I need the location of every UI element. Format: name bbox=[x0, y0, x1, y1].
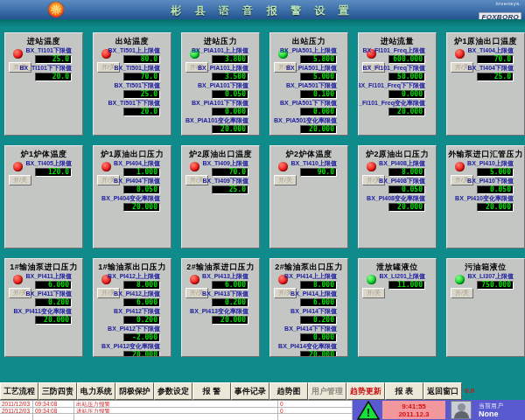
limit-value-display[interactable]: 90.0 bbox=[300, 168, 337, 177]
limit-value-display[interactable]: 20.000 bbox=[477, 203, 514, 212]
limit-value-display[interactable]: 8.000 bbox=[300, 281, 337, 290]
limit-value-display[interactable]: 0.200 bbox=[300, 316, 337, 325]
limit-value-display[interactable]: 3.500 bbox=[212, 73, 248, 81]
title-bar: 彬 县 语 音 报 警 设 置 invensys. FOXBORO bbox=[0, 0, 525, 19]
panel-title: 炉1炉体温度 bbox=[5, 149, 82, 159]
limit-value-display[interactable]: 0.050 bbox=[477, 186, 514, 194]
alarm-setting-panel: 炉1炉体温度 开/关 BX_TI405上限值120.0 bbox=[4, 145, 83, 248]
panel-title: 进站压力 bbox=[182, 36, 259, 46]
limit-value-display[interactable]: 25.0 bbox=[123, 90, 160, 99]
toolbar-extra-value: 0.0 bbox=[465, 382, 474, 400]
limit-value-display[interactable]: 80.0 bbox=[123, 55, 160, 64]
limit-value-display[interactable]: 0.000 bbox=[300, 108, 337, 116]
toolbar-button[interactable]: 用户管理 bbox=[308, 382, 346, 400]
limit-value-display[interactable]: 20.000 bbox=[300, 125, 337, 134]
limit-tag-label: BX_PI412上上限值 bbox=[108, 273, 160, 280]
limit-value-display[interactable]: 0.200 bbox=[123, 316, 160, 325]
limit-value-display[interactable]: 20.0 bbox=[35, 73, 72, 81]
limit-fields: BX_PI411上限值6.000BX_PI411下限值0.200BX_PI411… bbox=[7, 273, 82, 326]
toolbar-button[interactable]: 工艺流程 bbox=[0, 382, 38, 400]
toolbar-button[interactable]: 趋势图 bbox=[270, 382, 308, 400]
limit-value-display[interactable]: -2.000 bbox=[123, 333, 160, 342]
limit-value-display[interactable]: 70.0 bbox=[123, 73, 160, 81]
alarm-setting-panel: 1#输油泵进口压力 开/关 BX_PI411上限值6.000BX_PI411下限… bbox=[4, 258, 83, 357]
toolbar-button[interactable]: 报 表 bbox=[385, 382, 424, 400]
toolbar-button[interactable]: 事件记录 bbox=[231, 382, 270, 400]
limit-value-display[interactable]: 0.050 bbox=[212, 90, 248, 99]
limit-value-display[interactable]: 5.800 bbox=[300, 55, 337, 64]
limit-value-display[interactable]: 20.000 bbox=[388, 203, 425, 212]
limit-value-display[interactable]: 0.200 bbox=[212, 298, 248, 307]
limit-value-display[interactable]: 20.000 bbox=[123, 351, 160, 357]
limit-value-display[interactable]: 8.000 bbox=[123, 281, 160, 290]
toolbar-button[interactable]: 报 警 bbox=[192, 382, 231, 400]
limit-tag-label: BX_PI408上限值 bbox=[379, 160, 425, 167]
limit-value-display[interactable]: 20.000 bbox=[212, 316, 248, 325]
limit-value-display[interactable]: 11.000 bbox=[388, 281, 425, 290]
limit-value-display[interactable]: 0.050 bbox=[388, 186, 425, 194]
limit-tag-label: BX_PI411变化率限值 bbox=[13, 308, 72, 315]
limit-value-display[interactable]: 0.000 bbox=[212, 108, 248, 116]
toolbar-button[interactable]: 电力系统 bbox=[77, 382, 116, 400]
limit-value-display[interactable]: 20.000 bbox=[388, 108, 425, 116]
limit-value-display[interactable]: 70.0 bbox=[212, 168, 248, 177]
limit-tag-label: BX_PIA101下下限值 bbox=[192, 100, 248, 107]
panel-title: 1#输油泵进口压力 bbox=[5, 262, 82, 272]
toolbar-button[interactable]: 三防四责 bbox=[38, 382, 77, 400]
alarm-table-cell: 出站压力报警 bbox=[74, 401, 278, 408]
toolbar-button[interactable]: 参数设定 bbox=[154, 382, 192, 400]
limit-value-display[interactable]: 20.000 bbox=[35, 316, 72, 325]
avatar-shoulders bbox=[454, 411, 469, 419]
limit-value-display[interactable]: 1.000 bbox=[123, 168, 160, 177]
limit-tag-label: BX_PIA501上限值 bbox=[286, 65, 337, 72]
toolbar-button[interactable]: 阴极保护 bbox=[116, 382, 154, 400]
limit-value-display[interactable]: 0.000 bbox=[300, 333, 337, 342]
limit-value-display[interactable]: 25.0 bbox=[477, 73, 514, 81]
alarm-setting-panel: 外输泵进口汇管压力 开/关 BX_PI410上限值5.000BX_PI410下限… bbox=[446, 145, 525, 248]
limit-value-display[interactable]: 20.000 bbox=[123, 203, 160, 212]
limit-tag-label: BX_TI405上限值 bbox=[25, 160, 72, 167]
limit-tag-label: BX_PI414变化率限值 bbox=[278, 343, 337, 350]
clock-box: 9:41:55 2011.12.3 bbox=[382, 401, 445, 419]
toolbar-button[interactable]: 返回窗口 bbox=[424, 382, 462, 400]
limit-value-display[interactable]: 5.000 bbox=[477, 168, 514, 177]
limit-value-display[interactable]: 0.050 bbox=[123, 186, 160, 194]
limit-value-display[interactable]: 50.000 bbox=[388, 73, 425, 81]
alarm-table-cell: 0 bbox=[278, 408, 353, 415]
limit-value-display[interactable]: 6.000 bbox=[300, 298, 337, 307]
limit-fields: BX_TI101下限值25.0BX_TI101下下限值20.0 bbox=[7, 47, 82, 82]
alarm-table-cell bbox=[278, 414, 353, 420]
limit-tag-label: BX_PI410变化率限值 bbox=[455, 195, 514, 202]
limit-value-display[interactable]: 20.000 bbox=[212, 125, 248, 134]
limit-tag-label: BX_TI404下限值 bbox=[467, 65, 514, 72]
limit-value-display[interactable]: 0.000 bbox=[388, 90, 425, 99]
limit-value-display[interactable]: 600.000 bbox=[388, 55, 425, 64]
limit-value-display[interactable]: 750.000 bbox=[477, 281, 514, 290]
limit-value-display[interactable]: 0.100 bbox=[300, 90, 337, 99]
limit-value-display[interactable]: 120.0 bbox=[35, 168, 72, 177]
warning-triangle-icon[interactable]: ! bbox=[357, 401, 380, 420]
limit-value-display[interactable]: 6.000 bbox=[123, 298, 160, 307]
limit-value-display[interactable]: 5.000 bbox=[300, 73, 337, 81]
limit-value-display[interactable]: 8.000 bbox=[388, 168, 425, 177]
toolbar-button[interactable]: 趋势更新 bbox=[346, 382, 385, 400]
limit-fields: BX_PI404上限值1.000BX_PI404下限值0.050BX_PI404… bbox=[95, 160, 171, 213]
limit-fields: BX_PI413上限值6.000BX_PI413下限值0.200BX_PI413… bbox=[184, 273, 259, 326]
limit-value-display[interactable]: 20.000 bbox=[300, 351, 337, 357]
limit-value-display[interactable]: 0.200 bbox=[35, 298, 72, 307]
limit-value-display[interactable]: 25.0 bbox=[212, 186, 248, 194]
limit-tag-label: BX_PIA101上限值 bbox=[198, 65, 248, 72]
limit-tag-label: BX_PI412下限值 bbox=[114, 308, 160, 315]
current-user-value: None bbox=[479, 410, 503, 418]
panel-title: 炉2炉体温度 bbox=[270, 149, 347, 159]
limit-value-display[interactable]: 25.0 bbox=[35, 55, 72, 64]
alarm-setting-panel: 炉1原油出口压力 开/关 BX_PI404上限值1.000BX_PI404下限值… bbox=[93, 145, 172, 248]
limit-value-display[interactable]: 3.800 bbox=[212, 55, 248, 64]
limit-value-display[interactable]: 20.0 bbox=[123, 108, 160, 116]
user-avatar bbox=[451, 401, 472, 419]
limit-value-display[interactable]: 6.000 bbox=[35, 281, 72, 290]
limit-value-display[interactable]: 6.000 bbox=[212, 281, 248, 290]
alarm-setting-panel: 2#输油泵进口压力 开/关 BX_PI413上限值6.000BX_PI413下限… bbox=[181, 258, 260, 357]
panel-title: 炉2原油出口压力 bbox=[359, 149, 436, 159]
limit-value-display[interactable]: 70.0 bbox=[477, 55, 514, 64]
